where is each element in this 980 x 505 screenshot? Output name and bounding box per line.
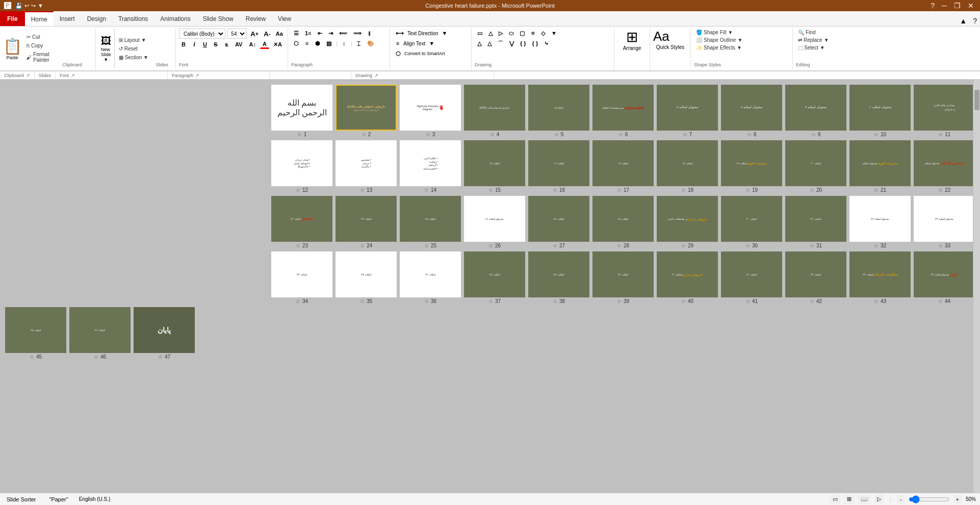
minimize-btn[interactable]: ─ bbox=[940, 2, 949, 10]
slide-sorter-view-btn[interactable]: Slide Sorter bbox=[4, 495, 38, 504]
shape5[interactable]: ▢ bbox=[517, 29, 527, 38]
decrease-indent-btn[interactable]: ⇤ bbox=[315, 29, 325, 38]
slide-thumb-34[interactable]: اسلاید ۳۴ bbox=[271, 251, 332, 297]
redo-quick-btn[interactable]: ↪ bbox=[31, 3, 36, 9]
copy-btn[interactable]: ⎘ Copy bbox=[24, 42, 51, 49]
slide-thumb-42[interactable]: اسلاید ۴۲ bbox=[785, 251, 846, 297]
slide-item-39[interactable]: اسلاید ۳۹ ☆ 39 bbox=[592, 251, 654, 304]
slide-item-15[interactable]: اسلاید ۱۵ ☆ 15 bbox=[464, 140, 525, 193]
slide-item-18[interactable]: اسلاید ۱۸ ☆ 18 bbox=[657, 140, 718, 193]
shape-fill-btn[interactable]: 🪣 Shape Fill ▼ bbox=[694, 29, 789, 36]
slide-thumb-7[interactable]: محتوای اسلاید ۷ bbox=[657, 85, 718, 131]
shapes-more-btn[interactable]: ▼ bbox=[549, 29, 559, 38]
slide-item-12[interactable]: • هدف درمان• داروهای اصلی• مانیتورینگ ☆ … bbox=[271, 140, 332, 193]
clipboard-label-bar[interactable]: Clipboard ↗ bbox=[0, 71, 35, 79]
tab-home[interactable]: Home bbox=[25, 11, 54, 26]
shape3[interactable]: ▷ bbox=[496, 29, 505, 38]
spacing-btn[interactable]: AV bbox=[233, 40, 245, 49]
text-dir-arrow[interactable]: ▼ bbox=[440, 29, 450, 38]
slides-label-bar[interactable]: Slides bbox=[35, 71, 56, 79]
quick-styles-icon[interactable]: Aa bbox=[653, 29, 687, 44]
zoom-out-btn[interactable]: - bbox=[897, 495, 905, 504]
strikethrough-btn[interactable]: S bbox=[211, 40, 220, 49]
slide-thumb-32[interactable]: محتوای اسلاید ۳۲ bbox=[849, 196, 911, 242]
slide-item-11[interactable]: بیماری های قلبیو عروقی ☆ 11 bbox=[914, 85, 975, 137]
align-left-btn[interactable]: ⬡ bbox=[291, 39, 301, 48]
slide-item-13[interactable]: • تشخیص• درمان• پیگیری ☆ 13 bbox=[336, 140, 397, 193]
shape13[interactable]: { } bbox=[530, 39, 541, 48]
zoom-slider[interactable] bbox=[909, 496, 949, 503]
slide-thumb-39[interactable]: اسلاید ۳۹ bbox=[592, 251, 654, 297]
close-btn[interactable]: ✕ bbox=[966, 2, 976, 10]
shape8[interactable]: △ bbox=[475, 39, 484, 48]
slide-item-42[interactable]: اسلاید ۴۲ ☆ 42 bbox=[785, 251, 846, 304]
slide-thumb-6[interactable]: پاتوفیزیولوژی متن توضیحات اسلاید bbox=[592, 85, 654, 131]
tab-design[interactable]: Design bbox=[81, 11, 112, 26]
slide-item-43[interactable]: مقاومت شریانی اسلاید ۴۳ ☆ 43 bbox=[849, 251, 911, 304]
undo-quick-btn[interactable]: ↩ bbox=[24, 3, 29, 9]
slide-thumb-27[interactable]: اسلاید ۲۷ bbox=[528, 196, 589, 242]
help-icon-btn[interactable]: ? bbox=[970, 16, 980, 26]
slide-thumb-9[interactable]: محتوای اسلاید ۹ bbox=[785, 85, 846, 131]
slide-thumb-10[interactable]: محتوای اسلاید ۱۰ bbox=[849, 85, 911, 131]
slide-item-31[interactable]: اسلاید ۳۱ ☆ 31 bbox=[785, 196, 846, 248]
shape1[interactable]: ▭ bbox=[475, 29, 485, 38]
slide-item-26[interactable]: محتوای اسلاید ۲۶ ☆ 26 bbox=[464, 196, 525, 248]
slide-thumb-17[interactable]: اسلاید ۱۷ bbox=[592, 140, 654, 186]
slide-item-30[interactable]: اسلاید ۳۰ ☆ 30 bbox=[721, 196, 782, 248]
shape12[interactable]: { } bbox=[518, 39, 529, 48]
tab-file[interactable]: File bbox=[0, 11, 25, 26]
slide-item-3[interactable]: 🫀 High/Low PressureDiagram ☆ 3 bbox=[400, 85, 461, 137]
para-spacing-btn[interactable]: ⌶ bbox=[354, 39, 364, 48]
slide-item-34[interactable]: اسلاید ۳۴ ☆ 34 bbox=[271, 251, 332, 304]
tab-view[interactable]: View bbox=[272, 11, 297, 26]
format-painter-btn[interactable]: 🖌 Format Painter bbox=[24, 50, 51, 64]
slide-item-10[interactable]: محتوای اسلاید ۱۰ ☆ 10 bbox=[849, 85, 911, 137]
new-slide-btn[interactable]: 🖼 New Slide ▼ bbox=[98, 29, 115, 68]
slide-item-33[interactable]: محتوای اسلاید ۳۳ ☆ 33 bbox=[914, 196, 975, 248]
slide-item-5[interactable]: اسلاید ۵ ☆ 5 bbox=[528, 85, 589, 137]
slide-item-36[interactable]: اسلاید ۳۶ ☆ 36 bbox=[400, 251, 461, 304]
slide-thumb-15[interactable]: اسلاید ۱۵ bbox=[464, 140, 525, 186]
italic-btn[interactable]: I bbox=[190, 40, 199, 49]
replace-btn[interactable]: ⇄ Replace ▼ bbox=[796, 36, 851, 44]
shape-effects-btn[interactable]: ✨ Shape Effects ▼ bbox=[694, 44, 789, 52]
slide-item-17[interactable]: اسلاید ۱۷ ☆ 17 bbox=[592, 140, 654, 193]
tab-animations[interactable]: Animations bbox=[154, 11, 196, 26]
bullets-btn[interactable]: ☰ bbox=[291, 29, 301, 38]
slide-thumb-14[interactable]: • علائم بالینی• معاینه• آزمایش• تصویربرد… bbox=[400, 140, 461, 186]
slide-sorter-btn[interactable]: ⊞ bbox=[844, 494, 854, 504]
slide-thumb-24[interactable]: اسلاید ۲۴ bbox=[336, 196, 397, 242]
ribbon-collapse-btn[interactable]: ▲ bbox=[957, 16, 970, 26]
slide-item-14[interactable]: • علائم بالینی• معاینه• آزمایش• تصویربرد… bbox=[400, 140, 461, 193]
slide-grid[interactable]: بیماری های قلبیو عروقی ☆ 11 محتوای اسلای… bbox=[0, 80, 980, 493]
shape-outline-btn[interactable]: ⬜ Shape Outline ▼ bbox=[694, 36, 789, 44]
slide-thumb-36[interactable]: اسلاید ۳۶ bbox=[400, 251, 461, 297]
increase-indent-btn[interactable]: ⇥ bbox=[326, 29, 336, 38]
shape10[interactable]: ⌒ bbox=[495, 39, 506, 48]
slide-thumb-45[interactable]: اسلاید ۴۵ bbox=[5, 307, 66, 353]
slide-item-24[interactable]: اسلاید ۲۴ ☆ 24 bbox=[336, 196, 397, 248]
paste-btn[interactable]: 📋 Paste bbox=[2, 29, 22, 68]
shadow-btn[interactable]: s bbox=[222, 40, 231, 49]
slide-thumb-30[interactable]: اسلاید ۳۰ bbox=[721, 196, 782, 242]
font-color-btn[interactable]: A bbox=[260, 40, 269, 49]
shape11[interactable]: ⋁ bbox=[507, 39, 517, 48]
slide-item-25[interactable]: اسلاید ۲۵ ☆ 25 bbox=[400, 196, 461, 248]
shape4[interactable]: ⬭ bbox=[506, 29, 516, 38]
change-case-btn[interactable]: Aa bbox=[274, 29, 285, 38]
font-label-bar[interactable]: Font ↗ bbox=[56, 71, 168, 79]
slide-item-21[interactable]: مدیریت فوری محتوای اسلاید ☆ 21 bbox=[849, 140, 911, 193]
slide-thumb-33[interactable]: محتوای اسلاید ۳۳ bbox=[914, 196, 975, 242]
slide-item-7[interactable]: محتوای اسلاید ۷ ☆ 7 bbox=[657, 85, 718, 137]
slide-item-40[interactable]: داروهای ادراری اسلاید ۴۰ ☆ 40 bbox=[657, 251, 718, 304]
reading-view-btn[interactable]: 📖 bbox=[858, 494, 870, 504]
zoom-in-btn[interactable]: + bbox=[953, 495, 962, 504]
slide-item-22[interactable]: تشخیص افتراقی محتوای اسلاید ☆ 22 bbox=[914, 140, 975, 193]
slide-item-20[interactable]: اسلاید ۲۰ ☆ 20 bbox=[785, 140, 846, 193]
slide-item-2[interactable]: نارسایی احتقانی قلب (CHF) گرویوفورنتال (… bbox=[336, 85, 397, 137]
ltr-btn[interactable]: ⟹ bbox=[351, 29, 364, 38]
slide-item-47[interactable]: پایان ☆ 47 bbox=[134, 307, 195, 360]
arrange-icon[interactable]: ⊞ bbox=[626, 29, 638, 45]
decrease-font-btn[interactable]: A- bbox=[262, 29, 272, 38]
